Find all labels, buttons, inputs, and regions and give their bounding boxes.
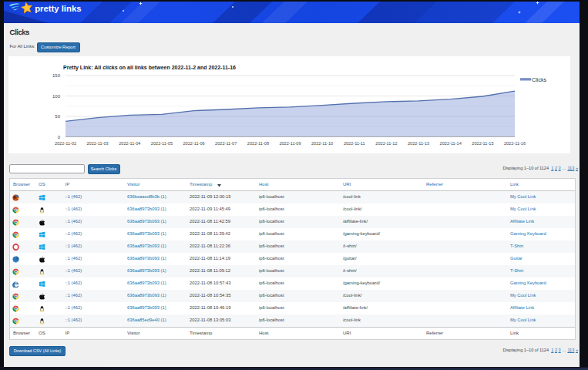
svg-text:2022-11-08: 2022-11-08 (247, 141, 269, 146)
svg-text:2022-11-12: 2022-11-12 (375, 141, 397, 146)
svg-text:2022-11-13: 2022-11-13 (408, 141, 429, 146)
svg-text:0: 0 (58, 135, 61, 140)
svg-text:Pretty Link: All clicks on all: Pretty Link: All clicks on all links bet… (63, 65, 236, 71)
svg-text:2022-11-05: 2022-11-05 (151, 141, 173, 146)
svg-text:50: 50 (55, 114, 60, 119)
svg-text:2022-11-04: 2022-11-04 (119, 141, 140, 146)
svg-text:2022-11-09: 2022-11-09 (279, 141, 301, 146)
svg-text:2022-11-03: 2022-11-03 (86, 141, 108, 146)
svg-text:2022-11-07: 2022-11-07 (215, 141, 237, 146)
svg-text:2022-11-06: 2022-11-06 (183, 141, 204, 146)
svg-text:2022-11-10: 2022-11-10 (311, 141, 333, 146)
svg-text:150: 150 (52, 73, 61, 78)
svg-text:2022-11-15: 2022-11-15 (472, 141, 493, 146)
svg-text:2022-11-14: 2022-11-14 (440, 141, 462, 146)
svg-text:2022-11-11: 2022-11-11 (344, 141, 365, 146)
svg-text:2022-11-02: 2022-11-02 (55, 141, 76, 146)
svg-text:100: 100 (52, 94, 61, 99)
svg-text:Clicks: Clicks (532, 76, 547, 83)
svg-text:2022-11-16: 2022-11-16 (504, 141, 526, 146)
